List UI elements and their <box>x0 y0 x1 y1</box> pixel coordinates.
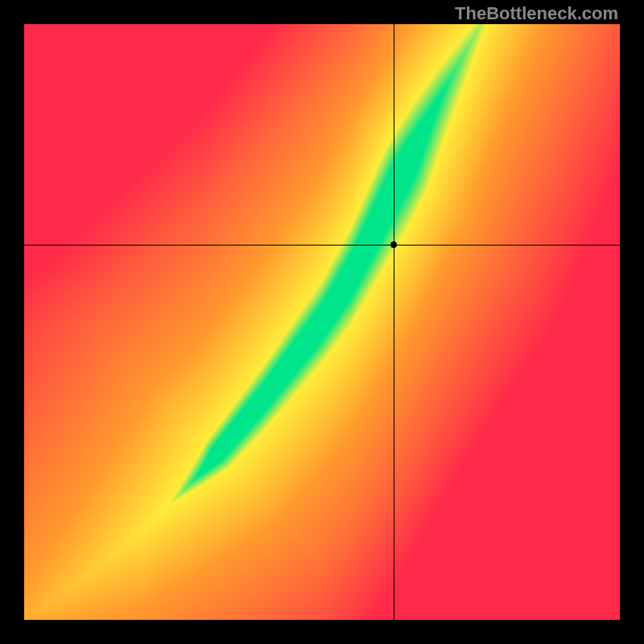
crosshair-horizontal <box>24 245 620 246</box>
heatmap-canvas <box>24 24 620 620</box>
chart-container: TheBottleneck.com <box>0 0 644 644</box>
watermark-text: TheBottleneck.com <box>455 3 618 24</box>
heatmap-plot <box>24 24 620 620</box>
crosshair-vertical <box>394 24 394 620</box>
data-point-marker <box>390 242 397 248</box>
